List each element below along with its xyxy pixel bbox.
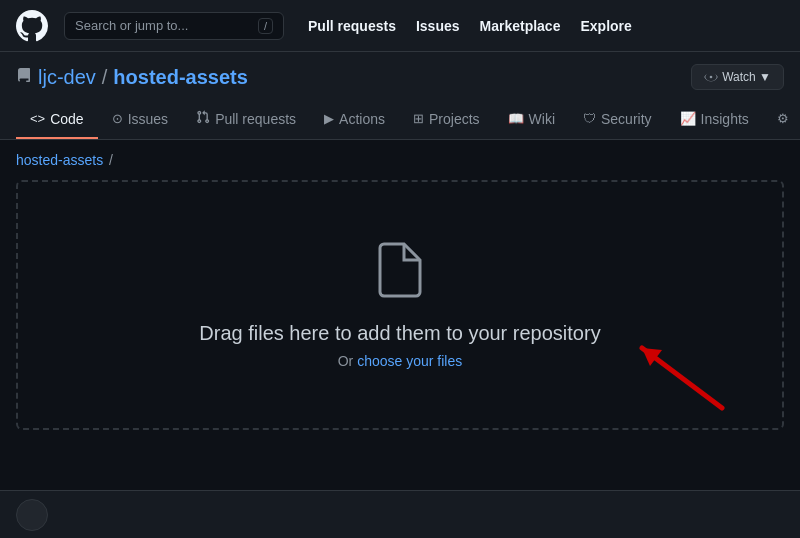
- tab-security[interactable]: 🛡 Security: [569, 101, 666, 139]
- avatar[interactable]: [16, 499, 48, 531]
- tab-wiki-label: Wiki: [529, 111, 555, 127]
- wiki-icon: 📖: [508, 111, 524, 126]
- tab-projects-label: Projects: [429, 111, 480, 127]
- arrow-annotation: [602, 318, 732, 418]
- repo-icon: [16, 66, 32, 89]
- bottom-bar: [0, 490, 800, 538]
- tab-settings[interactable]: ⚙: [763, 101, 800, 138]
- top-navigation: Search or jump to... / Pull requests Iss…: [0, 0, 800, 52]
- choose-files-link[interactable]: choose your files: [357, 353, 462, 369]
- code-icon: <>: [30, 111, 45, 126]
- repo-header: ljc-dev / hosted-assets Watch ▼ <> Code …: [0, 52, 800, 140]
- search-shortcut-badge: /: [258, 18, 273, 34]
- security-icon: 🛡: [583, 111, 596, 126]
- nav-pull-requests[interactable]: Pull requests: [308, 18, 396, 34]
- github-logo-icon[interactable]: [16, 10, 48, 42]
- tab-actions-label: Actions: [339, 111, 385, 127]
- file-drop-area[interactable]: Drag files here to add them to your repo…: [16, 180, 784, 430]
- actions-icon: ▶: [324, 111, 334, 126]
- repo-title: ljc-dev / hosted-assets Watch ▼: [16, 64, 784, 90]
- tab-insights-label: Insights: [701, 111, 749, 127]
- settings-icon: ⚙: [777, 111, 789, 126]
- nav-marketplace[interactable]: Marketplace: [480, 18, 561, 34]
- repo-owner[interactable]: ljc-dev: [38, 66, 96, 89]
- svg-marker-1: [642, 348, 662, 366]
- repo-name[interactable]: hosted-assets: [113, 66, 248, 89]
- drag-files-text: Drag files here to add them to your repo…: [199, 322, 600, 345]
- tab-issues-label: Issues: [128, 111, 168, 127]
- tab-code-label: Code: [50, 111, 83, 127]
- search-text: Search or jump to...: [75, 18, 188, 33]
- tab-security-label: Security: [601, 111, 652, 127]
- tab-insights[interactable]: 📈 Insights: [666, 101, 763, 139]
- top-nav-links: Pull requests Issues Marketplace Explore: [308, 18, 632, 34]
- projects-icon: ⊞: [413, 111, 424, 126]
- repo-separator: /: [102, 66, 108, 89]
- tab-pull-requests-label: Pull requests: [215, 111, 296, 127]
- breadcrumb: hosted-assets /: [0, 140, 800, 180]
- tab-code[interactable]: <> Code: [16, 101, 98, 139]
- file-icon: [376, 242, 424, 306]
- nav-explore[interactable]: Explore: [580, 18, 631, 34]
- nav-issues[interactable]: Issues: [416, 18, 460, 34]
- tab-projects[interactable]: ⊞ Projects: [399, 101, 494, 139]
- repo-tabs: <> Code ⊙ Issues Pull requests ▶ Actions…: [16, 100, 784, 139]
- tab-wiki[interactable]: 📖 Wiki: [494, 101, 569, 139]
- or-text: Or choose your files: [338, 353, 463, 369]
- breadcrumb-repo-link[interactable]: hosted-assets: [16, 152, 103, 168]
- watch-button[interactable]: Watch ▼: [691, 64, 784, 90]
- pull-requests-icon: [196, 110, 210, 127]
- tab-actions[interactable]: ▶ Actions: [310, 101, 399, 139]
- search-bar[interactable]: Search or jump to... /: [64, 12, 284, 40]
- breadcrumb-separator: /: [109, 152, 113, 168]
- or-label: Or: [338, 353, 357, 369]
- svg-line-0: [642, 348, 722, 408]
- issues-icon: ⊙: [112, 111, 123, 126]
- tab-issues[interactable]: ⊙ Issues: [98, 101, 182, 139]
- tab-pull-requests[interactable]: Pull requests: [182, 100, 310, 139]
- insights-icon: 📈: [680, 111, 696, 126]
